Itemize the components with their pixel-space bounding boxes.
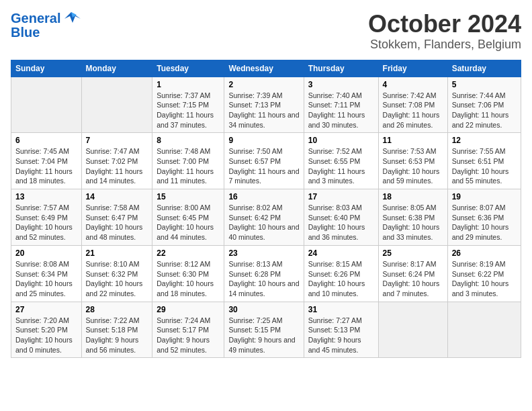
day-info: Sunrise: 8:10 AMSunset: 6:32 PMDaylight:…	[86, 259, 148, 299]
calendar-cell: 19Sunrise: 8:07 AMSunset: 6:36 PMDayligh…	[447, 189, 521, 246]
sunset-text: Sunset: 6:22 PM	[452, 269, 517, 279]
day-info: Sunrise: 7:20 AMSunset: 5:20 PMDaylight:…	[15, 316, 77, 355]
sunrise-text: Sunrise: 8:13 AM	[228, 259, 299, 269]
sunrise-text: Sunrise: 7:45 AM	[15, 146, 77, 156]
calendar-cell: 17Sunrise: 8:03 AMSunset: 6:40 PMDayligh…	[304, 189, 378, 246]
day-info: Sunrise: 8:03 AMSunset: 6:40 PMDaylight:…	[308, 203, 374, 242]
calendar-cell	[81, 77, 152, 133]
calendar-cell: 12Sunrise: 7:55 AMSunset: 6:51 PMDayligh…	[447, 133, 521, 189]
daylight-text: Daylight: 11 hours and 30 minutes.	[308, 110, 374, 130]
day-info: Sunrise: 8:12 AMSunset: 6:30 PMDaylight:…	[157, 259, 220, 299]
week-row-4: 20Sunrise: 8:08 AMSunset: 6:34 PMDayligh…	[11, 245, 521, 302]
daylight-text: Daylight: 9 hours and 49 minutes.	[228, 335, 299, 355]
page-header: General Blue October 2024 Stokkem, Fland…	[11, 11, 521, 52]
sunset-text: Sunset: 6:32 PM	[86, 269, 148, 279]
day-number: 21	[86, 248, 148, 258]
daylight-text: Daylight: 10 hours and 10 minutes.	[308, 279, 374, 298]
sunrise-text: Sunrise: 8:19 AM	[452, 259, 517, 269]
calendar-cell: 6Sunrise: 7:45 AMSunset: 7:04 PMDaylight…	[11, 133, 82, 189]
calendar-cell: 21Sunrise: 8:10 AMSunset: 6:32 PMDayligh…	[81, 245, 152, 302]
sunrise-text: Sunrise: 7:24 AM	[157, 316, 220, 326]
calendar-cell: 13Sunrise: 7:57 AMSunset: 6:49 PMDayligh…	[11, 189, 82, 246]
day-info: Sunrise: 7:48 AMSunset: 7:00 PMDaylight:…	[157, 146, 220, 186]
day-number: 13	[15, 192, 77, 201]
sunset-text: Sunset: 5:13 PM	[308, 325, 374, 335]
daylight-text: Daylight: 10 hours and 55 minutes.	[452, 167, 517, 186]
sunset-text: Sunset: 6:55 PM	[308, 156, 374, 167]
calendar-cell: 23Sunrise: 8:13 AMSunset: 6:28 PMDayligh…	[224, 245, 304, 302]
calendar-cell: 30Sunrise: 7:25 AMSunset: 5:15 PMDayligh…	[224, 302, 304, 358]
daylight-text: Daylight: 10 hours and 29 minutes.	[452, 222, 517, 242]
day-number: 12	[452, 136, 517, 145]
day-info: Sunrise: 8:00 AMSunset: 6:45 PMDaylight:…	[157, 203, 220, 242]
daylight-text: Daylight: 10 hours and 48 minutes.	[86, 222, 148, 242]
calendar-cell: 9Sunrise: 7:50 AMSunset: 6:57 PMDaylight…	[224, 133, 304, 189]
page-title: October 2024	[368, 11, 521, 38]
day-info: Sunrise: 8:08 AMSunset: 6:34 PMDaylight:…	[15, 259, 77, 299]
calendar-cell: 2Sunrise: 7:39 AMSunset: 7:13 PMDaylight…	[224, 77, 304, 133]
logo: General Blue	[11, 11, 81, 39]
daylight-text: Daylight: 9 hours and 45 minutes.	[308, 335, 374, 355]
sunset-text: Sunset: 7:13 PM	[228, 100, 299, 110]
sunrise-text: Sunrise: 7:52 AM	[308, 146, 374, 156]
day-info: Sunrise: 8:05 AMSunset: 6:38 PMDaylight:…	[383, 203, 443, 242]
sunrise-text: Sunrise: 8:12 AM	[157, 259, 220, 269]
sunset-text: Sunset: 6:26 PM	[308, 269, 374, 279]
calendar-cell: 29Sunrise: 7:24 AMSunset: 5:17 PMDayligh…	[152, 302, 224, 358]
day-number: 28	[86, 305, 148, 314]
day-number: 9	[228, 136, 299, 145]
daylight-text: Daylight: 11 hours and 26 minutes.	[383, 110, 443, 130]
sunset-text: Sunset: 6:49 PM	[15, 213, 77, 223]
daylight-text: Daylight: 11 hours and 37 minutes.	[157, 110, 220, 130]
day-number: 2	[228, 80, 299, 89]
sunset-text: Sunset: 6:47 PM	[86, 213, 148, 223]
daylight-text: Daylight: 9 hours and 52 minutes.	[157, 335, 220, 355]
sunrise-text: Sunrise: 7:57 AM	[15, 203, 77, 213]
calendar-cell	[378, 302, 447, 358]
header-row: SundayMondayTuesdayWednesdayThursdayFrid…	[11, 60, 521, 77]
daylight-text: Daylight: 10 hours and 33 minutes.	[383, 222, 443, 242]
day-info: Sunrise: 7:40 AMSunset: 7:11 PMDaylight:…	[308, 91, 374, 130]
day-number: 26	[452, 248, 517, 258]
sunrise-text: Sunrise: 7:44 AM	[452, 91, 517, 101]
calendar-cell: 16Sunrise: 8:02 AMSunset: 6:42 PMDayligh…	[224, 189, 304, 246]
daylight-text: Daylight: 10 hours and 0 minutes.	[15, 335, 77, 355]
day-info: Sunrise: 7:27 AMSunset: 5:13 PMDaylight:…	[308, 316, 374, 355]
day-info: Sunrise: 7:53 AMSunset: 6:53 PMDaylight:…	[383, 146, 443, 186]
sunset-text: Sunset: 6:34 PM	[15, 269, 77, 279]
sunset-text: Sunset: 6:42 PM	[228, 213, 299, 223]
logo-text-general: General	[11, 11, 60, 25]
day-info: Sunrise: 8:13 AMSunset: 6:28 PMDaylight:…	[228, 259, 299, 299]
sunrise-text: Sunrise: 7:48 AM	[157, 146, 220, 156]
day-number: 30	[228, 305, 299, 314]
calendar-cell: 15Sunrise: 8:00 AMSunset: 6:45 PMDayligh…	[152, 189, 224, 246]
day-number: 24	[308, 248, 374, 258]
sunrise-text: Sunrise: 8:03 AM	[308, 203, 374, 213]
daylight-text: Daylight: 10 hours and 7 minutes.	[383, 279, 443, 298]
sunrise-text: Sunrise: 8:07 AM	[452, 203, 517, 213]
daylight-text: Daylight: 10 hours and 3 minutes.	[452, 279, 517, 298]
week-row-1: 1Sunrise: 7:37 AMSunset: 7:15 PMDaylight…	[11, 77, 521, 133]
daylight-text: Daylight: 10 hours and 18 minutes.	[157, 279, 220, 298]
day-info: Sunrise: 7:22 AMSunset: 5:18 PMDaylight:…	[86, 316, 148, 355]
day-number: 10	[308, 136, 374, 145]
logo-text-blue: Blue	[11, 26, 40, 39]
sunset-text: Sunset: 7:02 PM	[86, 156, 148, 167]
sunset-text: Sunset: 5:20 PM	[15, 325, 77, 335]
sunset-text: Sunset: 6:53 PM	[383, 156, 443, 167]
calendar-cell	[447, 302, 521, 358]
day-info: Sunrise: 8:02 AMSunset: 6:42 PMDaylight:…	[228, 203, 299, 242]
day-number: 20	[15, 248, 77, 258]
calendar-cell	[11, 77, 82, 133]
day-number: 31	[308, 305, 374, 314]
calendar-cell: 28Sunrise: 7:22 AMSunset: 5:18 PMDayligh…	[81, 302, 152, 358]
week-row-2: 6Sunrise: 7:45 AMSunset: 7:04 PMDaylight…	[11, 133, 521, 189]
daylight-text: Daylight: 10 hours and 52 minutes.	[15, 222, 77, 242]
calendar-cell: 1Sunrise: 7:37 AMSunset: 7:15 PMDaylight…	[152, 77, 224, 133]
daylight-text: Daylight: 10 hours and 25 minutes.	[15, 279, 77, 298]
calendar-cell: 14Sunrise: 7:58 AMSunset: 6:47 PMDayligh…	[81, 189, 152, 246]
daylight-text: Daylight: 11 hours and 14 minutes.	[86, 167, 148, 186]
sunset-text: Sunset: 6:57 PM	[228, 156, 299, 167]
sunset-text: Sunset: 7:15 PM	[157, 100, 220, 110]
sunrise-text: Sunrise: 7:53 AM	[383, 146, 443, 156]
